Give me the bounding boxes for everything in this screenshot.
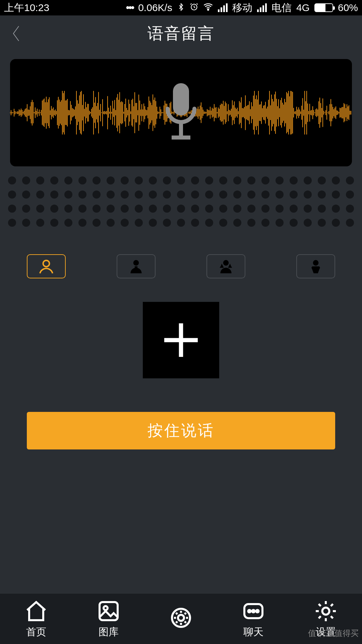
- page-title: 语音留言: [0, 23, 362, 44]
- chevron-left-icon: [12, 25, 20, 42]
- nav-gallery[interactable]: 图库: [97, 599, 121, 639]
- add-recording-button[interactable]: [143, 302, 219, 378]
- home-icon: [24, 599, 48, 623]
- svg-point-357: [248, 610, 250, 612]
- hold-to-talk-label: 按住说话: [147, 420, 215, 441]
- svg-point-346: [133, 260, 139, 266]
- microphone-icon: [161, 82, 201, 144]
- status-time: 上午10:23: [4, 1, 49, 15]
- svg-point-355: [178, 615, 184, 621]
- watermark: 值·什么值得买: [308, 628, 359, 639]
- svg-rect-342: [173, 83, 189, 115]
- bottom-nav: 首页 图库 聊天 设置: [0, 594, 362, 644]
- waveform-panel: [10, 59, 352, 166]
- status-speed: 0.06K/s: [138, 2, 172, 13]
- signal-2-icon: [257, 3, 267, 12]
- back-button[interactable]: [9, 23, 23, 44]
- nav-label: 图库: [99, 625, 119, 639]
- svg-point-348: [223, 260, 229, 266]
- gear-icon: [314, 599, 338, 623]
- svg-point-358: [252, 610, 254, 612]
- plus-icon: [161, 320, 201, 360]
- voice-type-baby[interactable]: [296, 254, 335, 278]
- svg-point-349: [313, 260, 319, 266]
- voice-type-original[interactable]: [27, 254, 66, 278]
- app-header: 语音留言: [0, 15, 362, 52]
- status-carrier-2: 电信: [272, 1, 292, 15]
- chat-icon: [241, 599, 265, 623]
- woman-icon: [218, 258, 234, 275]
- status-net: 4G: [296, 2, 310, 13]
- more-icon: •••: [126, 2, 134, 13]
- status-bar: 上午10:23 ••• 0.06K/s 移动 电信 4G 60%: [0, 0, 362, 15]
- nav-chat[interactable]: 聊天: [241, 599, 265, 639]
- voice-type-woman[interactable]: [206, 254, 245, 278]
- status-carrier-1: 移动: [232, 1, 252, 15]
- baby-icon: [307, 258, 324, 275]
- voice-type-row: [10, 254, 352, 278]
- svg-point-360: [322, 607, 329, 614]
- svg-point-351: [317, 266, 320, 269]
- gallery-icon: [97, 599, 121, 623]
- nav-label: 首页: [26, 625, 46, 639]
- wifi-icon: [203, 2, 213, 14]
- hold-to-talk-button[interactable]: 按住说话: [27, 412, 335, 449]
- bluetooth-icon: [177, 2, 185, 13]
- voice-type-man[interactable]: [117, 254, 156, 278]
- svg-point-1: [207, 9, 209, 10]
- nav-home[interactable]: 首页: [24, 599, 48, 639]
- signal-1-icon: [218, 3, 228, 12]
- svg-rect-347: [135, 266, 137, 269]
- man-icon: [128, 258, 144, 275]
- status-battery-pct: 60%: [338, 2, 358, 13]
- person-outline-icon: [38, 258, 55, 275]
- svg-rect-344: [172, 136, 190, 140]
- brightness-icon: [169, 606, 193, 630]
- battery-icon: [314, 3, 333, 12]
- nav-brightness[interactable]: [169, 606, 193, 632]
- alarm-icon: [190, 2, 198, 13]
- nav-label: 聊天: [243, 625, 263, 639]
- svg-point-353: [104, 606, 108, 610]
- speaker-grille: [10, 176, 352, 227]
- svg-point-350: [312, 266, 314, 269]
- svg-rect-352: [100, 602, 118, 620]
- svg-point-359: [256, 610, 258, 612]
- svg-point-345: [43, 260, 50, 267]
- svg-rect-343: [179, 122, 183, 136]
